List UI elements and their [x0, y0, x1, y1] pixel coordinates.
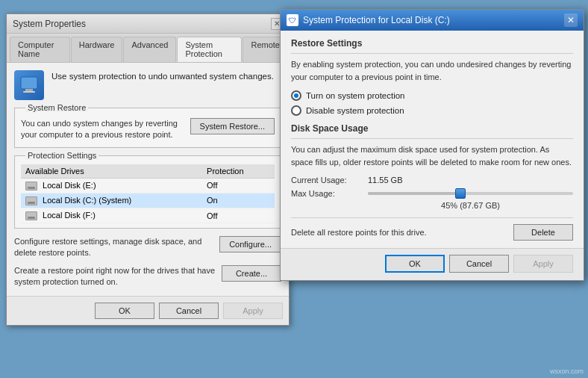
slider-thumb[interactable]	[455, 188, 466, 199]
dialog-apply-button[interactable]: Apply	[513, 255, 573, 273]
protection-settings-content: Available Drives Protection Local Disk (…	[15, 161, 281, 228]
drive-protection-e: Off	[202, 178, 275, 193]
drive-icon-e	[25, 182, 37, 190]
drive-icon-f	[25, 211, 37, 220]
computer-svg-icon	[18, 74, 40, 96]
system-icon	[14, 70, 44, 100]
protection-settings-group-title: Protection Settings	[25, 151, 98, 160]
apply-button[interactable]: Apply	[223, 303, 283, 319]
ok-button[interactable]: OK	[95, 303, 154, 319]
tab-hardware[interactable]: Hardware	[71, 37, 123, 62]
system-properties-window: System Properties ✕ Computer Name Hardwa…	[6, 13, 290, 326]
disk-space-title: Disk Space Usage	[291, 123, 573, 134]
radio-turn-on-label: Turn on system protection	[306, 91, 405, 100]
dialog-close-button[interactable]: ✕	[564, 13, 578, 27]
radio-disable[interactable]: Disable system protection	[291, 105, 573, 116]
divider-2	[291, 138, 573, 139]
slider-percentage: 45% (87.67 GB)	[368, 201, 573, 210]
radio-turn-on[interactable]: Turn on system protection	[291, 90, 573, 101]
radio-disable-label: Disable system protection	[306, 106, 404, 115]
delete-row: Delete all restore points for this drive…	[291, 217, 573, 241]
system-props-content: Use system protection to undo unwanted s…	[7, 63, 289, 296]
protection-settings-group: Protection Settings Available Drives Pro…	[14, 155, 281, 229]
slider-track[interactable]	[368, 192, 573, 195]
system-restore-description: You can undo system changes by reverting…	[21, 118, 184, 141]
drive-name-c: Local Disk (C:) (System)	[21, 193, 202, 208]
radio-turn-on-btn[interactable]	[291, 90, 301, 101]
svg-rect-2	[23, 91, 35, 93]
disk-space-description: You can adjust the maximum disk space us…	[291, 143, 573, 168]
dialog-bottom-buttons: OK Cancel Apply	[281, 248, 584, 280]
table-row[interactable]: Local Disk (C:) (System) On	[21, 193, 275, 208]
configure-description: Configure restore settings, manage disk …	[14, 236, 213, 259]
delete-description: Delete all restore points for this drive…	[291, 228, 427, 237]
drive-name-f: Local Disk (F:)	[21, 208, 202, 223]
dialog-titlebar: 🛡 System Protection for Local Disk (C:) …	[281, 10, 584, 31]
drive-icon-c	[25, 196, 37, 205]
svg-rect-0	[21, 77, 37, 89]
system-protection-dialog: 🛡 System Protection for Local Disk (C:) …	[280, 9, 584, 281]
system-props-title: System Properties	[13, 19, 86, 29]
svg-rect-1	[25, 89, 33, 91]
col-protection: Protection	[202, 164, 275, 179]
system-props-titlebar: System Properties ✕	[7, 14, 289, 34]
dialog-cancel-button[interactable]: Cancel	[449, 255, 509, 273]
system-restore-button[interactable]: System Restore...	[190, 118, 275, 134]
restore-settings-description: By enabling system protection, you can u…	[291, 58, 573, 83]
slider-fill	[368, 192, 460, 195]
drives-table: Available Drives Protection Local Disk (…	[21, 164, 275, 223]
configure-button[interactable]: Configure...	[219, 236, 281, 252]
system-restore-group: System Restore You can undo system chang…	[14, 108, 281, 148]
tab-system-protection[interactable]: System Protection	[177, 37, 242, 62]
current-usage-row: Current Usage: 11.55 GB	[291, 176, 573, 185]
max-usage-label: Max Usage:	[291, 189, 362, 198]
divider-1	[291, 53, 573, 54]
tab-computer-name[interactable]: Computer Name	[10, 37, 70, 62]
tab-advanced[interactable]: Advanced	[123, 37, 176, 62]
restore-settings-title: Restore Settings	[291, 38, 573, 49]
system-icon-img	[14, 70, 44, 100]
current-usage-label: Current Usage:	[291, 176, 362, 185]
create-description: Create a restore point right now for the…	[14, 265, 216, 288]
table-row[interactable]: Local Disk (F:) Off	[21, 208, 275, 223]
dialog-shield-icon: 🛡	[287, 14, 298, 26]
disk-space-section: Disk Space Usage You can adjust the maxi…	[291, 123, 573, 241]
create-row: Create a restore point right now for the…	[14, 265, 281, 288]
dialog-content: Restore Settings By enabling system prot…	[281, 31, 584, 248]
sys-restore-header: Use system protection to undo unwanted s…	[14, 70, 281, 100]
table-row[interactable]: Local Disk (E:) Off	[21, 178, 275, 193]
sys-restore-intro: Use system protection to undo unwanted s…	[51, 70, 274, 82]
dialog-ok-button[interactable]: OK	[385, 255, 445, 273]
system-restore-group-content: You can undo system changes by reverting…	[15, 114, 281, 147]
system-restore-group-title: System Restore	[25, 103, 88, 112]
dialog-titlebar-left: 🛡 System Protection for Local Disk (C:)	[287, 14, 450, 26]
system-restore-row: You can undo system changes by reverting…	[21, 118, 275, 141]
configure-row: Configure restore settings, manage disk …	[14, 236, 281, 259]
tabs-bar: Computer Name Hardware Advanced System P…	[7, 34, 289, 63]
current-usage-value: 11.55 GB	[368, 176, 402, 185]
system-props-bottom-buttons: OK Cancel Apply	[7, 296, 289, 325]
delete-button[interactable]: Delete	[513, 224, 573, 241]
drive-protection-c: On	[202, 193, 275, 208]
dialog-title: System Protection for Local Disk (C:)	[303, 15, 450, 25]
drive-protection-f: Off	[202, 208, 275, 223]
col-drives: Available Drives	[21, 164, 202, 179]
cancel-button[interactable]: Cancel	[159, 303, 219, 319]
drive-name-e: Local Disk (E:)	[21, 178, 202, 193]
create-button[interactable]: Create...	[222, 265, 281, 282]
max-usage-slider-row: Max Usage:	[291, 189, 573, 198]
radio-disable-btn[interactable]	[291, 105, 301, 116]
watermark: wsxon.com	[550, 368, 584, 375]
